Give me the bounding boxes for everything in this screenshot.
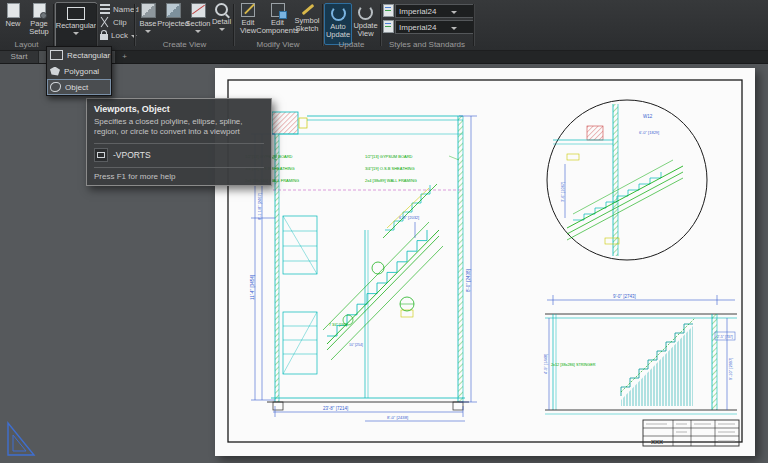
panel-layout: New Page Setup Layout bbox=[0, 0, 53, 50]
symbol-sketch-label: Symbol Sketch bbox=[293, 17, 321, 34]
lock-label: Lock bbox=[111, 31, 128, 40]
paper-drawing: 1/2"[13] GYPSUM BOARD 3/4"[19] O.S.B SHE… bbox=[215, 68, 755, 456]
chevron-down-icon bbox=[451, 11, 457, 14]
panel-modify-view: Edit View Edit Components Symbol Sketch … bbox=[234, 0, 322, 50]
rectangular-viewport-icon bbox=[50, 50, 63, 60]
section-view-label: Section bbox=[185, 20, 210, 28]
dim-bottom-main: 23'-8" [7214] bbox=[323, 406, 348, 411]
dim-tread: 10" [254] bbox=[349, 343, 363, 347]
tooltip-footer: Press F1 for more help bbox=[94, 172, 264, 181]
auto-update-icon bbox=[331, 6, 346, 21]
clip-label: Clip bbox=[113, 18, 127, 27]
update-view-label: Update View bbox=[352, 22, 379, 39]
tooltip-body: Specifies a closed polyline, ellipse, sp… bbox=[94, 117, 264, 138]
chevron-down-icon bbox=[219, 28, 225, 31]
dim-sect-tag: 2'-5" [737] bbox=[717, 335, 733, 339]
tooltip-separator bbox=[94, 143, 264, 144]
tab-start-label: Start bbox=[11, 52, 28, 61]
projected-view-button[interactable]: Projected bbox=[161, 3, 185, 39]
ribbon-divider bbox=[473, 4, 474, 46]
ribbon-divider bbox=[134, 4, 135, 46]
detail-view-label: Detail bbox=[212, 18, 231, 26]
tab-start[interactable]: Start bbox=[0, 50, 38, 63]
page-setup-icon bbox=[33, 3, 46, 18]
base-view-icon bbox=[141, 3, 156, 18]
detail-view-button[interactable]: Detail bbox=[210, 3, 233, 39]
viewport-type-dropdown: Rectangular Polygonal Object bbox=[46, 46, 112, 96]
edit-components-icon bbox=[271, 3, 285, 17]
chevron-down-icon bbox=[451, 27, 457, 30]
auto-update-button[interactable]: Auto Update bbox=[324, 3, 352, 45]
projected-view-label: Projected bbox=[157, 20, 189, 28]
new-layout-button[interactable]: New bbox=[2, 3, 24, 39]
lock-button[interactable]: Lock bbox=[100, 30, 137, 40]
dim-detail-top: 6'-0" [1829] bbox=[639, 130, 659, 135]
edit-components-button[interactable]: Edit Components bbox=[263, 3, 292, 41]
dropdown-item-object-label: Object bbox=[65, 83, 88, 92]
dim-bottom-right: 8'-0" [2438] bbox=[387, 415, 408, 420]
dim-sect-top: 9'-0" [2743] bbox=[613, 294, 636, 299]
panel-create-view: Base Projected Section Detail Create Vie… bbox=[136, 0, 233, 50]
update-view-button[interactable]: Update View bbox=[352, 3, 379, 43]
chevron-down-icon bbox=[145, 30, 151, 33]
auto-update-label: Auto Update bbox=[325, 23, 351, 40]
bottom-section-detail: 9'-0" [2743] 4'-9" [1448] bbox=[543, 294, 737, 414]
clip-icon bbox=[100, 17, 110, 27]
tooltip-command: -VPORTS bbox=[113, 150, 151, 160]
panel-update: Auto Update Update View Update bbox=[323, 0, 380, 50]
named-viewports-icon bbox=[100, 4, 110, 14]
dim-left-total: 11'-4" [3454] bbox=[250, 275, 255, 300]
page-setup-button[interactable]: Page Setup bbox=[26, 3, 52, 39]
panel-styles: Imperial24 Imperial24 Styles and Standar… bbox=[381, 0, 473, 50]
section-view-icon bbox=[191, 3, 206, 18]
dim-left-upper: 8'-1 1/8" [2467] bbox=[257, 193, 262, 220]
style-combo-b[interactable]: Imperial24 bbox=[395, 20, 475, 34]
dropdown-item-polygonal[interactable]: Polygonal bbox=[47, 63, 111, 79]
section-view-button[interactable]: Section bbox=[186, 3, 210, 39]
object-viewport-icon bbox=[50, 82, 61, 92]
projected-view-icon bbox=[166, 3, 181, 18]
standard-style-icon bbox=[383, 20, 394, 33]
dim-detail-left: 3'-6" [1067] bbox=[560, 182, 565, 202]
rectangular-viewport-icon bbox=[67, 7, 85, 20]
lock-icon bbox=[100, 34, 108, 40]
panel-label-styles: Styles and Standards bbox=[381, 40, 473, 49]
dropdown-item-polygonal-label: Polygonal bbox=[64, 67, 99, 76]
circle-detail-view: 3'-6" [1067] 6'-0" [1829] W12 bbox=[547, 100, 707, 260]
symbol-sketch-icon bbox=[301, 3, 313, 15]
ribbon-divider bbox=[53, 4, 54, 46]
dropdown-item-object[interactable]: Object bbox=[47, 79, 111, 95]
note-osb-right: 3/4"[19] O.S.B SHEATHING bbox=[365, 166, 415, 171]
base-view-label: Base bbox=[139, 20, 156, 28]
command-icon bbox=[94, 148, 108, 162]
style-combo-a[interactable]: Imperial24 bbox=[395, 4, 475, 18]
rectangular-viewport-button[interactable]: Rectangular bbox=[55, 2, 97, 52]
named-button[interactable]: Named bbox=[100, 4, 139, 14]
note-gypsum-right: 1/2"[13] GYPSUM BOARD bbox=[365, 154, 413, 159]
new-drawing-tab-button[interactable]: + bbox=[118, 50, 131, 63]
polygonal-viewport-icon bbox=[50, 67, 60, 76]
panel-label-update: Update bbox=[323, 40, 380, 49]
ribbon: New Page Setup Layout Rectangular Named … bbox=[0, 0, 768, 51]
clip-button[interactable]: Clip bbox=[100, 17, 127, 27]
panel-label-create-view: Create View bbox=[136, 40, 233, 49]
autocad-window: New Page Setup Layout Rectangular Named … bbox=[0, 0, 768, 463]
chevron-down-icon bbox=[195, 30, 201, 33]
dim-sect-left: 4'-9" [1448] bbox=[543, 354, 548, 374]
file-tab-bar: Start EXAMPLE* + bbox=[0, 50, 768, 64]
dim-right-vertical: 8'-0" [2438] bbox=[466, 269, 471, 292]
rectangular-viewport-label: Rectangular bbox=[56, 22, 96, 30]
dropdown-item-rectangular[interactable]: Rectangular bbox=[47, 47, 111, 63]
titleblock-xxx: XXX bbox=[651, 439, 663, 445]
edit-view-icon bbox=[241, 3, 255, 17]
symbol-sketch-button[interactable]: Symbol Sketch bbox=[293, 3, 321, 41]
command-tooltip: Viewports, Object Specifies a closed pol… bbox=[86, 98, 272, 186]
detail-view-icon bbox=[215, 3, 228, 16]
main-stair-section: 1/2"[13] GYPSUM BOARD 3/4"[19] O.S.B SHE… bbox=[245, 112, 477, 421]
note-framing-right: 2x4 [38x89] WALL FRAMING bbox=[365, 178, 417, 183]
page-setup-label: Page Setup bbox=[26, 20, 52, 37]
dim-riser: 7 3/4" [197] bbox=[329, 323, 347, 327]
dim-w12: W12 bbox=[643, 114, 653, 119]
tooltip-separator bbox=[94, 167, 264, 168]
note-stringer: 2x12 [38x286] STRINGER bbox=[551, 363, 596, 367]
